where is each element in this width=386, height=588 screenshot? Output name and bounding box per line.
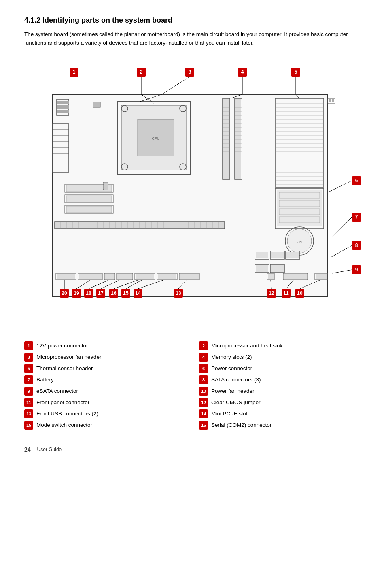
part-number: 7 <box>24 375 33 384</box>
svg-line-110 <box>332 217 352 237</box>
part-number: 6 <box>199 364 208 373</box>
part-label: Clear CMOS jumper <box>211 399 261 405</box>
list-item: 112V power connector <box>24 341 187 350</box>
list-item: 11Front panel connector <box>24 398 187 407</box>
svg-rect-103 <box>277 190 322 226</box>
svg-text:6: 6 <box>355 178 358 183</box>
footer-label: User Guide <box>37 447 62 452</box>
part-number: 2 <box>199 341 208 350</box>
svg-rect-175 <box>117 274 132 279</box>
svg-rect-171 <box>79 274 102 279</box>
list-item: 13Front USB connectors (2) <box>24 409 187 418</box>
svg-text:12: 12 <box>269 290 274 296</box>
intro-text: The system board (sometimes called the p… <box>24 30 362 47</box>
part-label: Power fan header <box>211 388 255 394</box>
part-label: Microprocessor and heat sink <box>211 343 282 349</box>
part-number: 15 <box>24 421 33 430</box>
svg-line-12 <box>162 77 190 94</box>
part-number: 16 <box>199 421 208 430</box>
part-label: Front USB connectors (2) <box>36 411 98 417</box>
list-item: 12Clear CMOS jumper <box>199 398 362 407</box>
part-number: 4 <box>199 353 208 362</box>
part-number: 10 <box>199 387 208 396</box>
svg-text:4: 4 <box>241 69 244 75</box>
part-label: Serial (COM2) connector <box>211 422 271 428</box>
svg-rect-40 <box>99 102 100 107</box>
list-item: 6Power connector <box>199 364 362 373</box>
svg-rect-183 <box>268 274 274 279</box>
svg-text:8: 8 <box>355 243 358 248</box>
part-number: 9 <box>24 387 33 396</box>
svg-text:CR: CR <box>297 240 302 244</box>
list-item: 7Battery <box>24 375 187 384</box>
svg-text:17: 17 <box>98 290 104 296</box>
list-item: 16Serial (COM2) connector <box>199 421 362 430</box>
svg-rect-185 <box>284 274 307 279</box>
part-label: Front panel connector <box>36 399 89 405</box>
svg-line-101 <box>328 181 352 192</box>
svg-text:9: 9 <box>355 267 358 273</box>
part-label: eSATA connector <box>36 388 78 394</box>
svg-text:7: 7 <box>355 214 358 220</box>
svg-text:20: 20 <box>62 290 67 296</box>
part-number: 1 <box>24 341 33 350</box>
part-number: 8 <box>199 375 208 384</box>
svg-rect-228 <box>332 99 334 102</box>
list-item: 2Microprocessor and heat sink <box>199 341 362 350</box>
svg-rect-39 <box>97 102 99 107</box>
svg-text:2: 2 <box>140 69 143 75</box>
page-footer: 24 User Guide <box>24 442 362 453</box>
svg-rect-133 <box>66 196 112 202</box>
svg-rect-181 <box>180 274 199 279</box>
list-item: 8SATA connectors (3) <box>199 375 362 384</box>
svg-rect-187 <box>316 274 327 279</box>
part-label: SATA connectors (3) <box>211 377 261 383</box>
svg-rect-121 <box>271 252 284 258</box>
list-item: 15Mode switch connector <box>24 421 187 430</box>
svg-rect-135 <box>66 206 112 213</box>
part-label: Mini PCI-E slot <box>211 411 247 417</box>
part-number: 13 <box>24 409 33 418</box>
svg-rect-122 <box>286 252 299 258</box>
svg-rect-38 <box>95 102 97 107</box>
part-label: Thermal sensor header <box>36 365 93 371</box>
svg-rect-177 <box>136 274 154 279</box>
list-item: 9eSATA connector <box>24 387 187 396</box>
svg-rect-173 <box>105 274 114 279</box>
svg-rect-138 <box>104 186 108 190</box>
svg-text:14: 14 <box>135 290 141 296</box>
svg-rect-60 <box>235 99 241 179</box>
svg-rect-17 <box>57 101 69 104</box>
parts-list: 112V power connector2Microprocessor and … <box>24 341 362 430</box>
svg-rect-179 <box>158 274 176 279</box>
svg-text:CPU: CPU <box>152 136 159 141</box>
svg-rect-169 <box>57 274 75 279</box>
page-number: 24 <box>24 446 31 453</box>
part-label: Microprocessor fan header <box>36 354 102 360</box>
svg-rect-128 <box>256 265 268 272</box>
svg-text:1: 1 <box>73 69 76 75</box>
svg-text:3: 3 <box>189 69 191 75</box>
svg-text:5: 5 <box>295 69 297 75</box>
svg-text:18: 18 <box>86 290 91 296</box>
svg-rect-227 <box>329 99 331 102</box>
page-title: 4.1.2 Identifying parts on the system bo… <box>24 16 362 25</box>
svg-rect-19 <box>57 110 69 113</box>
part-label: 12V power connector <box>36 343 88 349</box>
part-number: 12 <box>199 398 208 407</box>
part-number: 5 <box>24 364 33 373</box>
part-number: 3 <box>24 353 33 362</box>
svg-text:11: 11 <box>283 290 289 296</box>
list-item: 14Mini PCI-E slot <box>199 409 362 418</box>
list-item: 4Memory slots (2) <box>199 353 362 362</box>
part-number: 14 <box>199 409 208 418</box>
svg-rect-37 <box>93 102 95 107</box>
list-item: 3Microprocessor fan header <box>24 353 187 362</box>
svg-rect-18 <box>57 105 69 109</box>
part-label: Power connector <box>211 365 252 371</box>
svg-text:15: 15 <box>123 290 129 296</box>
svg-rect-42 <box>223 99 229 179</box>
part-label: Mode switch connector <box>36 422 92 428</box>
svg-text:16: 16 <box>111 290 117 296</box>
diagram: 1 2 3 4 5 <box>24 59 362 334</box>
